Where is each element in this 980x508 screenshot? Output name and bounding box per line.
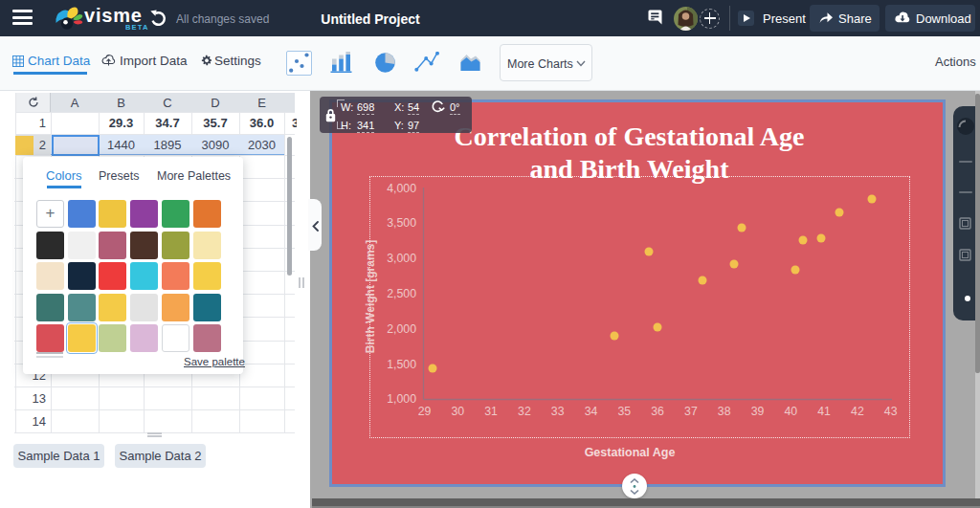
svg-text:32: 32 — [518, 405, 531, 418]
svg-text:3,500: 3,500 — [387, 216, 416, 230]
svg-text:37: 37 — [684, 405, 698, 418]
svg-text:30: 30 — [451, 405, 464, 418]
svg-text:39: 39 — [751, 405, 765, 418]
svg-text:35: 35 — [617, 405, 631, 418]
svg-text:41: 41 — [817, 405, 831, 418]
svg-text:31: 31 — [484, 405, 498, 418]
svg-text:29: 29 — [418, 405, 432, 418]
svg-text:33: 33 — [551, 405, 565, 418]
svg-text:1,000: 1,000 — [387, 392, 416, 406]
svg-text:2,500: 2,500 — [387, 287, 416, 300]
svg-text:43: 43 — [884, 405, 898, 418]
svg-text:40: 40 — [784, 405, 797, 418]
svg-text:42: 42 — [851, 405, 864, 418]
svg-text:3,000: 3,000 — [387, 252, 416, 265]
svg-text:38: 38 — [718, 405, 731, 418]
svg-text:Gestational Age: Gestational Age — [585, 446, 676, 459]
svg-text:2,000: 2,000 — [387, 322, 416, 336]
svg-text:4,000: 4,000 — [387, 182, 416, 195]
svg-text:34: 34 — [585, 405, 598, 418]
svg-text:1,500: 1,500 — [387, 358, 416, 371]
svg-text:36: 36 — [651, 405, 664, 418]
svg-text:Birth Weight [grams]: Birth Weight [grams] — [364, 240, 377, 353]
